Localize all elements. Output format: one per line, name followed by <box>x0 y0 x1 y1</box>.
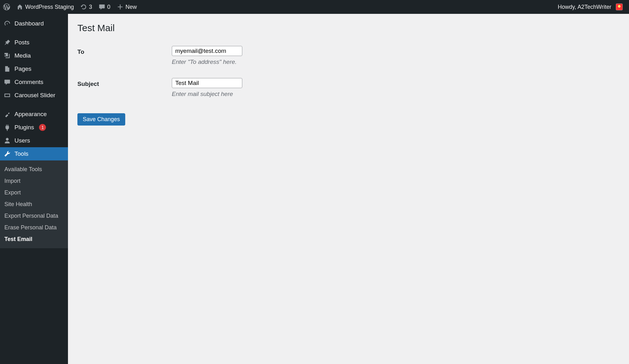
plugins-update-badge: 1 <box>39 124 46 131</box>
menu-label: Plugins <box>14 124 34 131</box>
admin-bar: WordPress Staging 3 0 New Howdy, A2TechW… <box>0 0 629 14</box>
my-account[interactable]: Howdy, A2TechWriter <box>555 3 626 10</box>
sidebar-item-appearance[interactable]: Appearance <box>0 108 68 121</box>
page-title: Test Mail <box>77 23 620 33</box>
sidebar-item-comments[interactable]: Comments <box>0 76 68 89</box>
new-label: New <box>126 4 137 10</box>
submenu-site-health[interactable]: Site Health <box>0 199 68 210</box>
submenu-export-personal-data[interactable]: Export Personal Data <box>0 210 68 222</box>
save-changes-button[interactable]: Save Changes <box>77 113 125 126</box>
menu-label: Pages <box>14 65 31 72</box>
pin-icon <box>4 39 11 46</box>
comments-icon <box>4 79 11 86</box>
wordpress-icon <box>3 3 10 10</box>
menu-label: Users <box>14 137 30 144</box>
plus-icon <box>117 3 124 10</box>
avatar <box>616 3 623 10</box>
submenu-erase-personal-data[interactable]: Erase Personal Data <box>0 222 68 233</box>
sidebar-item-tools[interactable]: Tools <box>0 147 68 160</box>
new-content-link[interactable]: New <box>114 0 140 14</box>
appearance-icon <box>4 111 11 118</box>
admin-bar-right: Howdy, A2TechWriter <box>555 3 626 10</box>
sidebar-item-dashboard[interactable]: Dashboard <box>0 17 68 30</box>
home-icon <box>16 3 23 10</box>
sidebar-item-pages[interactable]: Pages <box>0 62 68 76</box>
tools-icon <box>4 150 11 157</box>
dashboard-icon <box>4 20 11 27</box>
comment-icon <box>98 3 105 10</box>
sidebar-item-media[interactable]: Media <box>0 49 68 62</box>
updates-count: 3 <box>89 4 92 10</box>
admin-bar-left: WordPress Staging 3 0 New <box>0 0 140 14</box>
user-icon <box>4 137 11 144</box>
menu-label: Carousel Slider <box>14 92 55 99</box>
sidebar-item-users[interactable]: Users <box>0 134 68 147</box>
subject-input[interactable] <box>172 78 242 88</box>
menu-label: Tools <box>14 150 28 157</box>
howdy-text: Howdy, A2TechWriter <box>558 4 611 10</box>
page-icon <box>4 65 11 72</box>
sidebar-item-posts[interactable]: Posts <box>0 36 68 49</box>
main-content: Test Mail To Enter "To address" here. Su… <box>68 14 629 364</box>
admin-sidebar: Dashboard Posts Media Pages Comments Car… <box>0 14 68 364</box>
menu-label: Appearance <box>14 111 47 118</box>
refresh-icon <box>80 3 87 10</box>
to-input[interactable] <box>172 46 242 56</box>
media-icon <box>4 52 11 59</box>
menu-label: Posts <box>14 39 30 46</box>
subject-label: Subject <box>77 75 172 107</box>
menu-label: Dashboard <box>14 20 44 27</box>
comments-count: 0 <box>107 4 110 10</box>
sidebar-item-carousel-slider[interactable]: Carousel Slider <box>0 89 68 102</box>
wp-logo[interactable] <box>0 0 13 14</box>
settings-form-table: To Enter "To address" here. Subject Ente… <box>77 43 242 107</box>
submenu-export[interactable]: Export <box>0 187 68 199</box>
subject-description: Enter mail subject here <box>172 91 242 98</box>
menu-label: Comments <box>14 79 43 86</box>
sidebar-item-plugins[interactable]: Plugins 1 <box>0 121 68 134</box>
site-link[interactable]: WordPress Staging <box>13 0 77 14</box>
submenu-import[interactable]: Import <box>0 175 68 187</box>
submenu-test-email[interactable]: Test Email <box>0 233 68 245</box>
updates-link[interactable]: 3 <box>77 0 95 14</box>
tools-submenu: Available Tools Import Export Site Healt… <box>0 160 68 248</box>
to-label: To <box>77 43 172 75</box>
plugin-icon <box>4 124 11 131</box>
slider-icon <box>4 92 11 99</box>
menu-label: Media <box>14 52 31 59</box>
site-name: WordPress Staging <box>25 4 74 10</box>
to-description: Enter "To address" here. <box>172 59 242 65</box>
comments-link[interactable]: 0 <box>95 0 114 14</box>
submenu-available-tools[interactable]: Available Tools <box>0 164 68 175</box>
